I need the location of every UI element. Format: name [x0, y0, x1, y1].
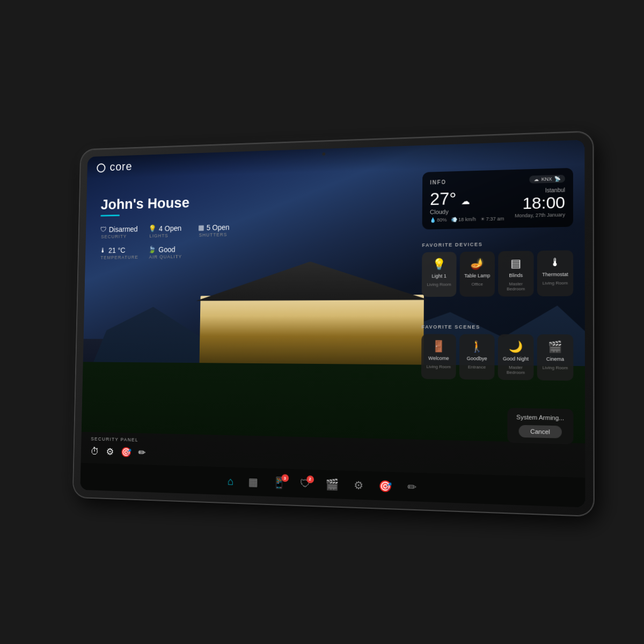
cancel-arming-button[interactable]: Cancel	[519, 425, 561, 438]
temp-number: 27°	[430, 188, 457, 209]
screen-bezel: core INFO ☁ KNX 📡 27°	[80, 140, 585, 507]
air-quality-value: 🍃 Good	[148, 245, 188, 253]
device-name-3: Thermostat	[542, 272, 568, 278]
scene-icon-1: 🚶	[470, 340, 484, 353]
device-card-2[interactable]: ▤ Blinds Master Bedroom	[498, 251, 533, 296]
security-status[interactable]: 🛡 Disarmed SECURITY	[100, 225, 139, 239]
edit-icon: ✏	[407, 480, 417, 494]
weather-left: 27° ☁ Cloudy 💧 80% 💨 18 km/h ☀ 7:37 am	[430, 188, 504, 223]
knx-label: KNX	[541, 176, 552, 182]
device-icon-0: 💡	[432, 258, 446, 271]
shutters-text: 5 Open	[207, 223, 230, 231]
nav-scenes[interactable]: 🎯	[378, 479, 392, 493]
device-icon-1: 🪔	[470, 257, 484, 270]
home-accent-bar	[100, 215, 120, 216]
scene-name-1: Goodbye	[467, 356, 487, 362]
scenes-nav-icon: 🎯	[378, 479, 392, 493]
favorite-devices-panel: FAVORITE DEVICES 💡 Light 1 Living Room 🪔…	[422, 240, 573, 297]
security-text: Disarmed	[109, 225, 138, 233]
nav-home[interactable]: ⌂	[228, 475, 234, 487]
scene-card-0[interactable]: 🚪 Welcome Living Room	[421, 334, 456, 379]
device-sub-1: Office	[471, 282, 483, 287]
device-card-1[interactable]: 🪔 Table Lamp Office	[459, 251, 495, 297]
device-name-0: Light 1	[431, 273, 447, 279]
security-actions: ⏱ ⚙ 🎯 ✏	[91, 445, 146, 458]
scene-sub-1: Entrance	[468, 364, 486, 370]
time-value: 18:00	[515, 194, 565, 212]
app-logo: core	[97, 160, 132, 174]
shutters-icon: ▦	[198, 224, 204, 232]
scene-name-3: Cinema	[546, 356, 564, 363]
shutters-value: ▦ 5 Open	[198, 223, 238, 232]
rooms-icon: ▦	[248, 475, 258, 489]
device-card-3[interactable]: 🌡 Thermostat Living Room	[537, 250, 573, 296]
scene-card-3[interactable]: 🎬 Cinema Living Room	[537, 334, 574, 380]
nav-devices[interactable]: 📱 3	[272, 476, 286, 489]
scene-icon-0: 🚪	[432, 340, 446, 353]
date-value: Monday, 27th January	[515, 212, 565, 218]
device-card-0[interactable]: 💡 Light 1 Living Room	[422, 252, 457, 297]
air-quality-icon: 🍃	[148, 246, 156, 254]
wind-value: 18 km/h	[458, 216, 476, 222]
arming-text: System Arming...	[516, 414, 564, 421]
shutters-status[interactable]: ▦ 5 Open SHUTTERS	[198, 223, 238, 238]
scene-sub-2: Master Bedroom	[501, 365, 530, 376]
security-action-timer[interactable]: ⏱	[91, 446, 100, 457]
cinema-icon: 🎬	[325, 478, 339, 491]
scene-name-2: Good Night	[503, 356, 529, 362]
nav-cinema[interactable]: 🎬	[325, 478, 339, 491]
security-action-edit[interactable]: ✏	[138, 447, 145, 458]
device-icon-2: ▤	[510, 257, 521, 270]
security-panel-label: SECURITY PANEL	[91, 436, 138, 443]
shutters-label: SHUTTERS	[198, 231, 238, 237]
security-value: 🛡 Disarmed	[100, 225, 139, 234]
info-header: INFO ☁ KNX 📡	[430, 175, 565, 186]
device-name-2: Blinds	[509, 273, 523, 279]
devices-grid: 💡 Light 1 Living Room 🪔 Table Lamp Offic…	[422, 250, 573, 297]
nav-settings[interactable]: ⚙	[354, 479, 363, 492]
scene-icon-2: 🌙	[509, 340, 523, 353]
lights-text: 4 Open	[159, 224, 181, 232]
arming-popup: System Arming... Cancel	[507, 408, 573, 444]
nav-rooms[interactable]: ▦	[248, 475, 258, 489]
air-quality-label: AIR QUALITY	[148, 254, 188, 260]
air-quality-status[interactable]: 🍃 Good AIR QUALITY	[148, 245, 188, 259]
security-action-settings[interactable]: ⚙	[106, 446, 114, 458]
device-icon-3: 🌡	[550, 256, 561, 269]
temperature-status[interactable]: 🌡 21 °C TEMPERATURE	[100, 246, 139, 260]
screen: core INFO ☁ KNX 📡 27°	[80, 140, 585, 507]
device-sub-2: Master Bedroom	[501, 281, 530, 292]
scene-name-0: Welcome	[428, 355, 449, 361]
home-title: John's House	[100, 193, 238, 213]
wind-detail: 💨 18 km/h	[451, 216, 476, 222]
weather-condition: Cloudy	[430, 207, 504, 215]
settings-icon: ⚙	[354, 479, 363, 492]
scene-sub-3: Living Room	[543, 365, 568, 370]
scene-card-1[interactable]: 🚶 Goodbye Entrance	[459, 334, 495, 380]
air-quality-text: Good	[158, 245, 175, 254]
info-panel: INFO ☁ KNX 📡 27° ☁ Cloudy	[422, 168, 573, 230]
logo-icon	[97, 163, 105, 172]
app-name-label: core	[109, 160, 132, 173]
scenes-grid: 🚪 Welcome Living Room 🚶 Goodbye Entrance…	[421, 334, 573, 380]
weather-row: 27° ☁ Cloudy 💧 80% 💨 18 km/h ☀ 7:37 am I…	[430, 187, 565, 223]
temperature-icon: 🌡	[100, 246, 106, 254]
lights-icon: 💡	[149, 224, 157, 232]
temperature-value-item: 🌡 21 °C	[100, 246, 138, 254]
lights-value: 💡 4 Open	[149, 224, 188, 233]
device-sub-0: Living Room	[427, 282, 451, 287]
home-icon: ⌂	[228, 475, 234, 487]
temperature-value: 27° ☁	[430, 188, 504, 208]
info-label: INFO	[430, 179, 446, 185]
nav-edit[interactable]: ✏	[407, 480, 417, 494]
nav-security[interactable]: 🛡 2	[300, 477, 311, 490]
security-action-target[interactable]: 🎯	[121, 447, 131, 458]
scene-sub-0: Living Room	[426, 364, 451, 369]
weather-details: 💧 80% 💨 18 km/h ☀ 7:37 am	[430, 216, 504, 223]
scene-card-2[interactable]: 🌙 Good Night Master Bedroom	[498, 334, 534, 380]
temperature-text: 21 °C	[108, 246, 126, 254]
lights-status[interactable]: 💡 4 Open LIGHTS	[149, 224, 188, 238]
status-grid: 🛡 Disarmed SECURITY 💡 4 Open LIGHTS	[100, 223, 239, 260]
knx-badge: ☁ KNX 📡	[530, 175, 565, 184]
home-info: John's House 🛡 Disarmed SECURITY 💡 4 Op	[100, 193, 239, 260]
